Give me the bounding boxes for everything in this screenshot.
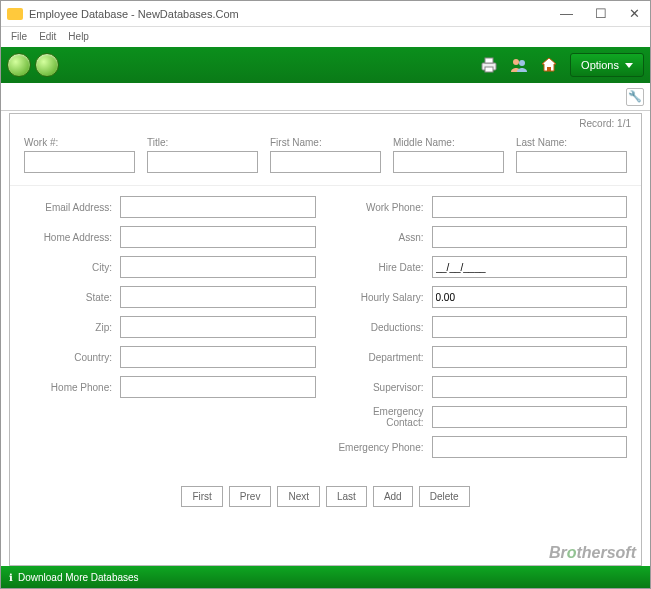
first-name-field[interactable] [270,151,381,173]
hourly-salary-field[interactable] [432,286,628,308]
label-home-address: Home Address: [24,232,120,243]
title-field[interactable] [147,151,258,173]
city-field[interactable] [120,256,316,278]
svg-point-4 [519,60,525,66]
country-field[interactable] [120,346,316,368]
options-label: Options [581,59,619,71]
label-first-name: First Name: [270,137,381,148]
orb-button-2[interactable] [35,53,59,77]
label-home-phone: Home Phone: [24,382,120,393]
menu-file[interactable]: File [11,31,27,43]
toolbar: Options [1,47,650,83]
minimize-button[interactable]: — [556,6,577,21]
form-panel: Record: 1/1 Work #: Title: First Name: M… [9,113,642,566]
last-name-field[interactable] [516,151,627,173]
label-emergency-phone: Emergency Phone: [336,442,432,453]
label-supervisor: Supervisor: [336,382,432,393]
label-title: Title: [147,137,258,148]
svg-rect-2 [485,67,493,72]
window-controls: — ☐ ✕ [556,6,644,21]
svg-rect-5 [547,67,551,71]
right-column: Work Phone: Assn: Hire Date: Hourly Sala… [336,196,628,466]
searchbar: 🔧 [1,83,650,111]
last-button[interactable]: Last [326,486,367,507]
label-emergency-contact: Emergency Contact: [336,406,432,428]
hire-date-field[interactable] [432,256,628,278]
label-department: Department: [336,352,432,363]
left-column: Email Address: Home Address: City: State… [24,196,316,466]
wrench-icon[interactable]: 🔧 [626,88,644,106]
close-button[interactable]: ✕ [625,6,644,21]
supervisor-field[interactable] [432,376,628,398]
info-icon: ℹ [9,572,13,583]
record-counter: Record: 1/1 [10,114,641,129]
state-field[interactable] [120,286,316,308]
statusbar: ℹ Download More Databases [1,566,650,588]
label-hire-date: Hire Date: [336,262,432,273]
assn-field[interactable] [432,226,628,248]
delete-button[interactable]: Delete [419,486,470,507]
home-icon[interactable] [536,52,562,78]
watermark: Brothersoft [549,544,636,562]
search-input[interactable] [7,91,626,103]
menubar: File Edit Help [1,27,650,47]
titlebar: Employee Database - NewDatabases.Com — ☐… [1,1,650,27]
middle-name-field[interactable] [393,151,504,173]
svg-rect-1 [485,58,493,63]
work-id-field[interactable] [24,151,135,173]
emergency-contact-field[interactable] [432,406,628,428]
options-button[interactable]: Options [570,53,644,77]
department-field[interactable] [432,346,628,368]
maximize-button[interactable]: ☐ [591,6,611,21]
menu-edit[interactable]: Edit [39,31,56,43]
users-icon[interactable] [506,52,532,78]
chevron-down-icon [625,63,633,68]
download-link[interactable]: Download More Databases [18,572,139,583]
add-button[interactable]: Add [373,486,413,507]
label-assn: Assn: [336,232,432,243]
work-phone-field[interactable] [432,196,628,218]
home-phone-field[interactable] [120,376,316,398]
label-middle-name: Middle Name: [393,137,504,148]
next-button[interactable]: Next [277,486,320,507]
label-country: Country: [24,352,120,363]
printer-icon[interactable] [476,52,502,78]
window-title: Employee Database - NewDatabases.Com [29,8,556,20]
label-zip: Zip: [24,322,120,333]
emergency-phone-field[interactable] [432,436,628,458]
app-window: Employee Database - NewDatabases.Com — ☐… [0,0,651,589]
label-state: State: [24,292,120,303]
orb-button-1[interactable] [7,53,31,77]
label-work-id: Work #: [24,137,135,148]
svg-point-3 [513,59,519,65]
form-grid: Email Address: Home Address: City: State… [10,186,641,476]
home-address-field[interactable] [120,226,316,248]
zip-field[interactable] [120,316,316,338]
deductions-field[interactable] [432,316,628,338]
label-last-name: Last Name: [516,137,627,148]
label-deductions: Deductions: [336,322,432,333]
label-hourly-salary: Hourly Salary: [336,292,432,303]
menu-help[interactable]: Help [68,31,89,43]
top-row: Work #: Title: First Name: Middle Name: … [10,129,641,186]
label-city: City: [24,262,120,273]
folder-icon [7,8,23,20]
email-field[interactable] [120,196,316,218]
first-button[interactable]: First [181,486,222,507]
label-email: Email Address: [24,202,120,213]
prev-button[interactable]: Prev [229,486,272,507]
label-work-phone: Work Phone: [336,202,432,213]
nav-buttons: First Prev Next Last Add Delete [10,476,641,517]
